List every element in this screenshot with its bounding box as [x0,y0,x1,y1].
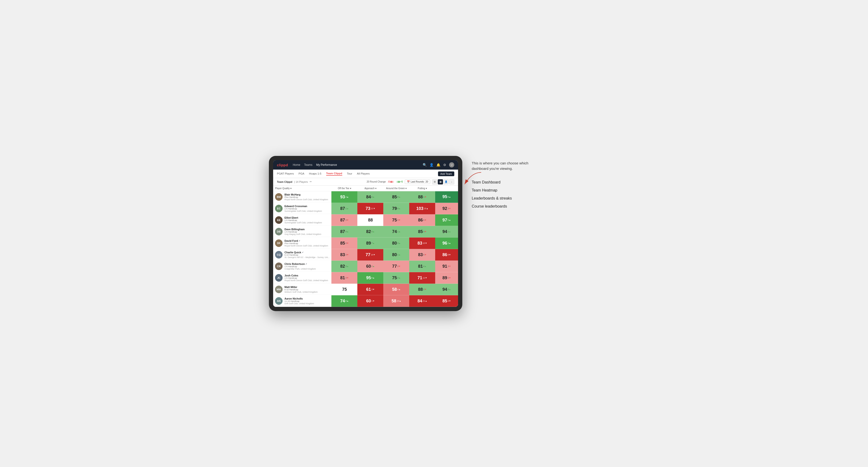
arrow-up-icon: ▲ [399,277,401,279]
avatar[interactable]: U [449,162,454,167]
main-content: Player Quality ▾ Off the Tee ▾ Approach … [273,186,458,307]
subnav-team-clippd[interactable]: Team Clippd [326,172,342,176]
arrow-down-icon: ▼ [373,300,375,302]
subnav-tour[interactable]: Tour [347,172,352,176]
score-change: 3▼ [398,265,401,268]
table-row[interactable]: DFDavid Ford✓Plus HandicapRoyal North De… [273,238,458,249]
team-count: | 14 Players [294,181,308,183]
arrow-up-icon: ▲ [449,219,451,221]
score-number: 81 [418,264,423,269]
subnav-pgat[interactable]: PGAT Players [277,172,294,176]
add-team-button[interactable]: Add Team [438,172,454,176]
score-change: 1▼ [423,196,427,198]
score-change: 6▼ [423,253,427,256]
score-cell-4-0: 853▼ [331,238,357,249]
score-number: 87 [340,218,345,223]
outer-wrapper: clippd Home Teams My Performance 🔍 👤 🔔 ⚙… [269,156,599,311]
arrow-up-icon: ▲ [399,242,401,244]
arrow-down-icon: ▼ [399,219,401,221]
player-name: David Ford [284,239,298,242]
change-value: 10 [397,300,399,302]
bell-icon[interactable]: 🔔 [436,163,440,167]
nav-teams[interactable]: Teams [304,163,312,166]
score-number: 75 [392,218,397,223]
score-change: 3▼ [371,288,375,290]
score-cell-4-4: 963▲ [435,238,458,249]
table-row[interactable]: CRChris Robertson✓1-5 HandicapCraigmilla… [273,261,458,272]
player-club: Drift Golf Club, United Kingdom [284,302,330,305]
nav-home[interactable]: Home [293,163,300,166]
arrow-down-icon: ▼ [425,253,427,256]
table-row[interactable]: JCJosh Coles1-5 HandicapRoyal North Devo… [273,272,458,284]
score-cell-1-2: 799▲ [383,203,409,214]
player-cell-7: JCJosh Coles1-5 HandicapRoyal North Devo… [273,272,331,284]
last-rounds-label: Last Rounds: [411,181,425,183]
score-cell-7-4: 892▼ [435,272,458,284]
score-number: 84 [366,195,371,199]
player-cell-1: ECEdward Crossman1-5 HandicapSunningdale… [273,203,331,214]
edit-icon[interactable]: ✏ [310,180,312,183]
table-row[interactable]: EEElliot Ebert1-5 HandicapSunningdale Go… [273,214,458,226]
score-change: 2▲ [398,277,401,279]
table-row[interactable]: MMMatt Miller6-10 HandicapWoburn Golf Cl… [273,284,458,295]
nav-bar: clippd Home Teams My Performance 🔍 👤 🔔 ⚙… [273,160,458,169]
table-row[interactable]: ANAaron Nicholls11-15 HandicapDrift Golf… [273,295,458,307]
player-handicap: Plus Handicap [284,242,330,245]
score-number: 80 [392,241,397,246]
score-number: 83 [418,252,423,257]
score-cell-1-4: 923▼ [435,203,458,214]
nav-right: 🔍 👤 🔔 ⚙ U [423,162,454,167]
nav-my-performance[interactable]: My Performance [316,163,337,166]
score-change: 2▼ [423,288,427,290]
score-change: 3▼ [448,207,451,210]
score-cell-6-3: 814▲ [409,261,435,272]
change-value: 11 [371,207,373,210]
avatar: DF [275,239,283,247]
score-change: 21▲ [423,300,427,302]
subnav-all-players[interactable]: All Players [357,172,370,176]
subnav-hcaps[interactable]: Hcaps 1-5 [309,172,321,176]
arrow-down-icon: ▼ [347,253,349,256]
table-row[interactable]: ECEdward Crossman1-5 HandicapSunningdale… [273,203,458,214]
user-icon[interactable]: 👤 [430,163,434,167]
score-number: 75 [342,287,347,292]
arrow-up-icon: ▲ [373,265,375,268]
score-change: 7▲ [371,242,375,244]
table-row[interactable]: DBDave Billingham1-5 HandicapGog Magog G… [273,226,458,238]
score-number: 88 [418,195,423,199]
score-number: 73 [366,206,370,211]
score-cell-0-0: 934▲ [331,191,357,203]
table-row[interactable]: CQCharlie Quick✓6-10 HandicapSt. George'… [273,249,458,261]
score-cell-6-1: 602▲ [357,261,383,272]
player-club: Gog Magog Golf Club, United Kingdom [284,233,330,236]
view-person-button[interactable]: 👤 [443,179,448,184]
score-cell-1-0: 871▲ [331,203,357,214]
score-number: 83 [417,241,422,246]
arrow-up-icon: ▲ [425,265,427,268]
team-controls: 20 Round Change -5 +5 📅 Last Rounds: 20 … [367,179,454,184]
avatar: AN [275,297,283,305]
score-cell-3-2: 741▲ [383,226,409,238]
view-grid-button[interactable]: ⊞ [432,179,437,184]
player-club: Royal North Devon Golf Club, United King… [284,245,330,247]
player-handicap: 1-5 Handicap [284,208,330,210]
change-value: 15 [424,207,426,210]
view-heatmap-button[interactable]: ▦ [438,179,443,184]
score-cell-9-3: 8421▲ [409,295,435,307]
arrow-down-icon: ▼ [373,253,375,256]
last-rounds-button[interactable]: 📅 Last Rounds: 20 [405,180,430,184]
score-cell-1-1: 7311▼ [357,203,383,214]
score-change: 2▲ [371,265,375,268]
settings-icon[interactable]: ⚙ [443,163,446,167]
verified-icon: ✓ [299,240,301,242]
search-icon[interactable]: 🔍 [423,163,427,167]
subnav-pga[interactable]: PGA [299,172,304,176]
score-change: 4▲ [423,265,427,268]
score-change: 3▼ [346,253,349,256]
view-download-button[interactable]: ↓ [449,179,454,184]
player-cell-8: MMMatt Miller6-10 HandicapWoburn Golf Cl… [273,284,331,295]
arrow-down-icon: ▼ [347,277,349,279]
table-row[interactable]: BMBlair McHargPlus HandicapRoyal North D… [273,191,458,203]
score-change: 3▼ [423,230,427,233]
arrow-down-icon: ▼ [425,277,427,279]
